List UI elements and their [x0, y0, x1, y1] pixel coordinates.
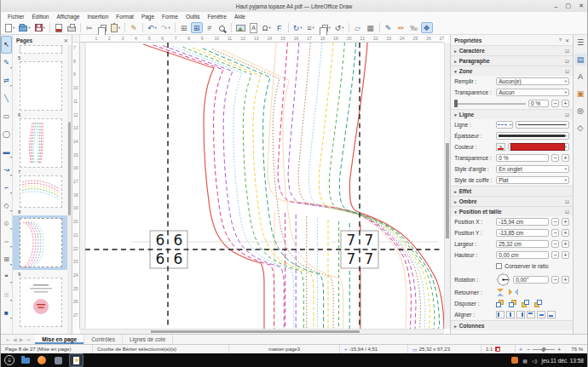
close-button[interactable]: ✕: [579, 3, 584, 9]
section-effect[interactable]: ▸ Effet: [451, 186, 573, 196]
edit-points-button[interactable]: ✎: [383, 22, 395, 33]
tab-navigator-icon[interactable]: ◎: [574, 105, 586, 117]
network-tray-icon[interactable]: [511, 357, 518, 364]
file-manager-icon[interactable]: [20, 355, 31, 365]
firefox-icon[interactable]: [37, 355, 47, 365]
copy-button[interactable]: [96, 22, 108, 33]
tab-styles-icon[interactable]: A: [574, 71, 586, 83]
line-color-picker-icon[interactable]: ✎: [496, 143, 505, 151]
align-right-icon[interactable]: [516, 311, 525, 318]
flip-horizontally-icon[interactable]: [509, 289, 518, 296]
insert-line-button[interactable]: ╲: [1, 89, 12, 107]
menu-edition[interactable]: Édition: [29, 13, 53, 20]
status-zoom-level[interactable]: 76 %: [567, 345, 587, 353]
line-transparency-decrease-button[interactable]: −: [551, 154, 559, 162]
keyboard-layout-icon[interactable]: ▦: [522, 358, 527, 364]
section-columns[interactable]: ▸ Colonnes: [451, 320, 573, 330]
sidebar-menu-icon[interactable]: ☰: [574, 37, 586, 49]
pages-panel-close-icon[interactable]: ✕: [64, 37, 68, 43]
menu-outils[interactable]: Outils: [182, 13, 204, 20]
drawing-canvas[interactable]: 66667777: [80, 43, 445, 329]
page-thumbnail-8[interactable]: [20, 218, 62, 267]
section-area[interactable]: ▾ Zone ⊡: [451, 66, 573, 76]
layer-nav-arrow-icon[interactable]: ◀: [13, 336, 17, 342]
rotation-increase-button[interactable]: +: [562, 276, 569, 284]
transparency-percent-input[interactable]: 0 %: [528, 100, 549, 107]
zoom-button[interactable]: [216, 22, 228, 33]
send-to-back-icon[interactable]: [534, 300, 544, 308]
export-as-pdf-button[interactable]: [53, 22, 65, 33]
layer-tab-controles[interactable]: Contrôles: [84, 335, 123, 344]
minimize-button[interactable]: –: [555, 3, 558, 9]
ellipse-button[interactable]: ◯: [1, 125, 12, 143]
transparency-decrease-button[interactable]: −: [551, 100, 559, 107]
connectors-button[interactable]: ⌐▾: [1, 179, 12, 197]
menu-insertion[interactable]: Insertion: [84, 13, 112, 20]
align-bottom-icon[interactable]: [547, 311, 556, 318]
glue-points-button[interactable]: ✏: [395, 22, 407, 33]
maximize-button[interactable]: ▢: [566, 3, 572, 9]
align-left-icon[interactable]: [496, 311, 504, 318]
bring-to-front-icon[interactable]: [496, 300, 505, 308]
volume-icon[interactable]: ◁): [532, 358, 538, 364]
fit-page-icon[interactable]: +: [519, 347, 522, 353]
line-color-select[interactable]: ▾: [508, 143, 569, 151]
character-dialog-launcher-icon[interactable]: ⊡: [565, 48, 569, 54]
lines-and-arrows-button[interactable]: ▬▾: [1, 143, 12, 161]
position-y-increase-button[interactable]: +: [562, 229, 569, 237]
corner-style-select[interactable]: En onglet▾: [496, 165, 569, 173]
status-master-page[interactable]: master-page3: [229, 345, 340, 353]
menu-page[interactable]: Page: [138, 13, 158, 20]
image-viewer-icon[interactable]: [53, 355, 63, 365]
rotate-button[interactable]: ↺▾: [333, 22, 346, 33]
layer-nav-arrow-icon[interactable]: ▶: [20, 336, 24, 342]
insert-fontwork-button[interactable]: F: [274, 22, 285, 33]
block-arrows-button[interactable]: ⇔▾: [1, 232, 12, 250]
paste-button[interactable]: ▾: [109, 22, 122, 33]
section-shadow[interactable]: ▸ Ombre ⊡: [451, 196, 573, 206]
position-size-dialog-launcher-icon[interactable]: ⊡: [565, 209, 569, 215]
transparency-slider[interactable]: [454, 100, 526, 107]
new-document-button[interactable]: ▾: [3, 22, 16, 33]
position-x-decrease-button[interactable]: −: [551, 218, 559, 226]
height-input[interactable]: 0,00 cm: [496, 251, 549, 259]
menu-affichage[interactable]: Affichage: [53, 13, 83, 20]
menu-format[interactable]: Format: [112, 13, 137, 20]
keep-ratio-checkbox[interactable]: [496, 263, 502, 269]
insert-special-character-button[interactable]: Ω▾: [261, 22, 273, 33]
align-objects-button[interactable]: ≡▾: [305, 22, 317, 33]
select-button[interactable]: ↖: [1, 36, 12, 54]
width-increase-button[interactable]: +: [562, 240, 569, 248]
layer-nav-arrow-icon[interactable]: ⇤: [6, 336, 10, 342]
section-line[interactable]: ▾ Ligne ⊡: [451, 109, 573, 119]
position-x-input[interactable]: -15,94 cm: [496, 218, 549, 226]
width-decrease-button[interactable]: −: [551, 240, 559, 248]
display-grid-button[interactable]: ⊞: [178, 22, 190, 33]
layer-tab-lignesdecote[interactable]: Lignes de cote: [123, 335, 173, 344]
curves-and-polygons-button[interactable]: ↝▾: [1, 161, 12, 179]
paragraph-dialog-launcher-icon[interactable]: ⊡: [565, 58, 569, 64]
line-transparency-input[interactable]: 0 %: [496, 154, 549, 162]
layer-nav-arrow-icon[interactable]: ⇥: [26, 336, 30, 342]
section-character[interactable]: ▸ Caractère ⊡: [451, 45, 573, 55]
rectangle-button[interactable]: ▭: [1, 107, 12, 125]
menu-fenetre[interactable]: Fenêtre: [205, 13, 230, 20]
symbol-shapes-button[interactable]: ☺▾: [1, 215, 12, 232]
tab-gallery-icon[interactable]: ▣: [574, 88, 586, 100]
flip-vertically-icon[interactable]: [496, 289, 505, 296]
properties-close-icon[interactable]: ✕: [565, 37, 569, 43]
snap-to-snap-guides-button[interactable]: ⊞: [191, 22, 203, 33]
zoom-out-button[interactable]: −: [527, 347, 530, 353]
shadow-button[interactable]: ▱: [352, 22, 364, 33]
height-increase-button[interactable]: +: [562, 251, 569, 259]
crop-image-button[interactable]: ▦: [365, 22, 377, 33]
flowchart-button[interactable]: ⊞▾: [1, 250, 12, 268]
height-decrease-button[interactable]: −: [551, 251, 559, 259]
page-thumbnail-6[interactable]: [20, 118, 62, 168]
libreoffice-draw-taskbar-icon[interactable]: [69, 353, 84, 367]
vertical-ruler[interactable]: 789101112131415161718192021222324252627: [72, 43, 80, 329]
insert-image-button[interactable]: [234, 22, 247, 33]
line-dialog-launcher-icon[interactable]: ⊡: [565, 112, 569, 118]
transformations-button[interactable]: ↻▾: [291, 22, 304, 33]
section-position-size[interactable]: ▾ Position et taille ⊡: [451, 206, 573, 216]
